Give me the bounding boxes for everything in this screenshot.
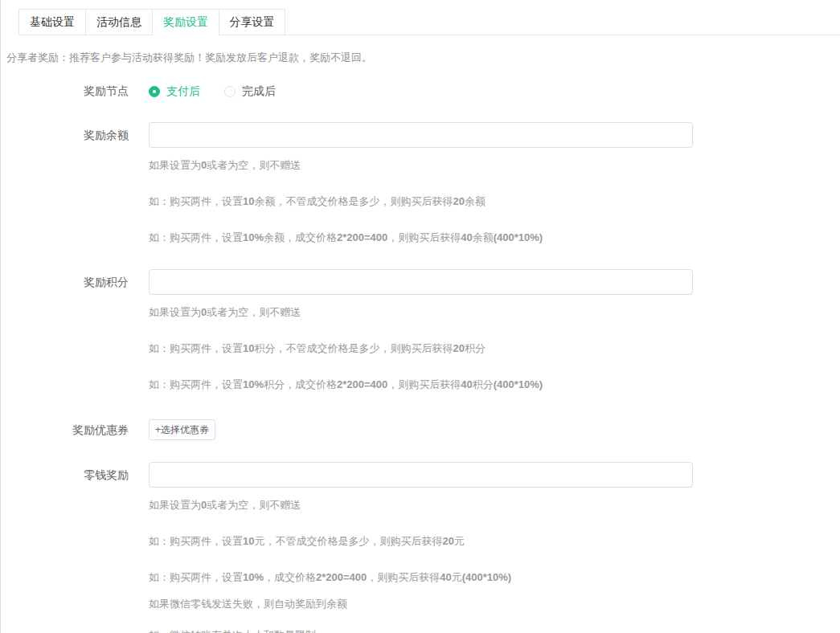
reward-points-label: 奖励积分	[0, 269, 129, 295]
reward-balance-label: 奖励余额	[0, 122, 129, 148]
reward-balance-input[interactable]	[149, 122, 693, 148]
cash-reward-helper-3: 如：购买两件，设置10%，成交价格2*200=400，则购买后获得40元(400…	[149, 570, 840, 585]
reward-points-helper-2: 如：购买两件，设置10积分，不管成交价格是多少，则购买后获得20积分	[149, 341, 840, 356]
reward-points-helper-3: 如：购买两件，设置10%积分，成交价格2*200=400，则购买后获得40积分(…	[149, 377, 840, 392]
reward-points-row: 奖励积分 如果设置为0或者为空，则不赠送 如：购买两件，设置10积分，不管成交价…	[0, 269, 840, 392]
radio-checked-icon	[149, 86, 160, 97]
settings-tab-bar: 基础设置 活动信息 奖励设置 分享设置	[18, 9, 840, 35]
radio-unchecked-icon	[224, 86, 236, 97]
reward-balance-helper-2: 如：购买两件，设置10余额，不管成交价格是多少，则购买后获得20余额	[149, 194, 840, 209]
reward-coupon-label: 奖励优惠券	[0, 419, 129, 440]
reward-points-input[interactable]	[149, 269, 693, 295]
radio-after-completion-label: 完成后	[242, 84, 276, 99]
tab-share-settings[interactable]: 分享设置	[219, 9, 285, 35]
reward-node-label: 奖励节点	[0, 84, 129, 99]
select-coupon-button[interactable]: +选择优惠券	[149, 419, 215, 440]
cash-reward-helper-1: 如果设置为0或者为空，则不赠送	[149, 497, 840, 513]
tab-reward-settings[interactable]: 奖励设置	[152, 9, 219, 35]
cash-reward-label: 零钱奖励	[0, 462, 129, 488]
tab-activity-info[interactable]: 活动信息	[85, 9, 152, 35]
radio-after-payment-label: 支付后	[166, 84, 200, 99]
cash-reward-row: 零钱奖励 如果设置为0或者为空，则不赠送 如：购买两件，设置10元，不管成交价格…	[0, 462, 840, 633]
cash-reward-helper-5: 如：微信转账有单次大小和数量限制	[149, 627, 840, 633]
cash-reward-helper-2: 如：购买两件，设置10元，不管成交价格是多少，则购买后获得20元	[149, 533, 840, 549]
reward-settings-form: 奖励节点 支付后 完成后 奖励余额 如果设置为0或者为空，则不赠送 如：购买两件…	[0, 84, 840, 633]
reward-balance-row: 奖励余额 如果设置为0或者为空，则不赠送 如：购买两件，设置10余额，不管成交价…	[0, 122, 840, 245]
reward-node-row: 奖励节点 支付后 完成后	[0, 84, 840, 99]
share-reward-note: 分享者奖励：推荐客户参与活动获得奖励！奖励发放后客户退款，奖励不退回。	[6, 51, 840, 65]
tab-basic-settings[interactable]: 基础设置	[18, 9, 85, 35]
radio-after-completion[interactable]: 完成后	[224, 84, 276, 99]
cash-reward-helper-4: 如果微信零钱发送失败，则自动奖励到余额	[149, 596, 840, 611]
panel-left-edge	[0, 0, 1, 633]
reward-node-radio-group: 支付后 完成后	[149, 84, 840, 99]
reward-points-helper-1: 如果设置为0或者为空，则不赠送	[149, 304, 840, 320]
radio-after-payment[interactable]: 支付后	[149, 84, 200, 99]
reward-balance-helper-1: 如果设置为0或者为空，则不赠送	[149, 157, 840, 173]
reward-coupon-row: 奖励优惠券 +选择优惠券	[0, 419, 840, 440]
cash-reward-input[interactable]	[149, 462, 693, 488]
reward-balance-helper-3: 如：购买两件，设置10%余额，成交价格2*200=400，则购买后获得40余额(…	[149, 230, 840, 245]
